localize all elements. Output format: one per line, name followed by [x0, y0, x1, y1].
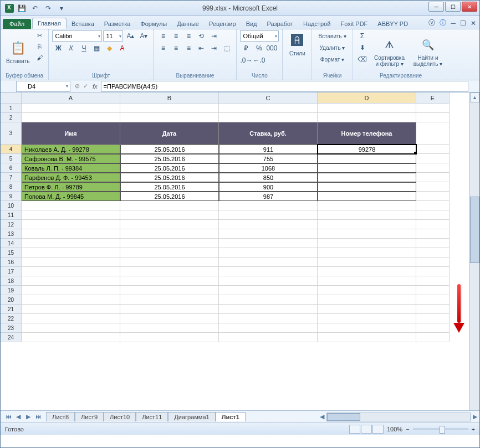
cell-B15[interactable]	[120, 248, 219, 258]
row-header-12[interactable]: 12	[1, 220, 22, 229]
cell-B11[interactable]	[120, 210, 219, 220]
sheet-next-icon[interactable]: ▶	[24, 413, 33, 420]
cell-D23[interactable]	[318, 323, 416, 333]
cell-B2[interactable]	[120, 113, 219, 122]
scroll-up-icon[interactable]: ▲	[470, 92, 479, 102]
cell-C1[interactable]	[219, 104, 318, 113]
fill-handle[interactable]	[414, 152, 416, 154]
cell-E11[interactable]	[416, 210, 450, 220]
cell-D12[interactable]	[318, 220, 416, 229]
underline-icon[interactable]: Ч	[78, 43, 90, 54]
wrap-text-icon[interactable]: ⇥	[208, 30, 220, 42]
cell-A6[interactable]: Коваль Л. П. - 99384	[22, 163, 120, 173]
cell-D1[interactable]	[318, 104, 416, 113]
cell-E22[interactable]	[416, 314, 450, 323]
zoom-out-icon[interactable]: −	[406, 426, 409, 432]
cell-C9[interactable]: 987	[219, 192, 318, 201]
sheet-last-icon[interactable]: ⏭	[34, 413, 43, 420]
cell-E24[interactable]	[416, 333, 450, 342]
qat-redo-icon[interactable]: ↷	[43, 3, 54, 14]
delete-cells-button[interactable]: Удалить ▾	[315, 42, 349, 53]
cell-D2[interactable]	[318, 113, 416, 122]
cell-C3[interactable]: Ставка, руб.	[219, 122, 318, 145]
cell-D5[interactable]	[318, 154, 416, 163]
zoom-slider[interactable]	[413, 428, 468, 430]
cell-E5[interactable]	[416, 154, 450, 163]
cell-B5[interactable]: 25.05.2016	[120, 154, 219, 163]
cell-D8[interactable]	[318, 182, 416, 192]
cell-A18[interactable]	[22, 276, 120, 286]
row-header-9[interactable]: 9	[1, 192, 22, 201]
worksheet-grid[interactable]: ABCDE 1234567891011121314151617181920212…	[1, 92, 479, 410]
cell-C4[interactable]: 911	[219, 145, 318, 154]
cell-B18[interactable]	[120, 276, 219, 286]
cell-C18[interactable]	[219, 276, 318, 286]
horizontal-scrollbar[interactable]: ◀ ▶	[246, 413, 479, 421]
row-header-18[interactable]: 18	[1, 276, 22, 286]
cell-C2[interactable]	[219, 113, 318, 122]
qat-save-icon[interactable]: 💾	[16, 3, 27, 14]
cell-A24[interactable]	[22, 333, 120, 342]
row-header-15[interactable]: 15	[1, 248, 22, 258]
clear-icon[interactable]: ⌫	[356, 54, 369, 65]
help-icon[interactable]: ⓘ	[440, 18, 446, 28]
merge-icon[interactable]: ⬚	[221, 43, 233, 54]
autosum-icon[interactable]: Σ	[356, 30, 369, 42]
cell-B14[interactable]	[120, 239, 219, 248]
cell-B16[interactable]	[120, 258, 219, 267]
sheet-tab-Лист10[interactable]: Лист10	[104, 412, 136, 421]
cell-E15[interactable]	[416, 248, 450, 258]
cell-E12[interactable]	[416, 220, 450, 229]
vertical-scrollbar[interactable]: ▲	[469, 92, 479, 410]
cell-C5[interactable]: 755	[219, 154, 318, 163]
shrink-font-icon[interactable]: A▾	[137, 30, 150, 42]
indent-inc-icon[interactable]: ⇥	[208, 43, 220, 54]
col-header-D[interactable]: D	[318, 92, 416, 104]
align-top-icon[interactable]: ≡	[157, 30, 169, 42]
copy-icon[interactable]: ⎘	[34, 42, 45, 52]
fx-confirm-icon[interactable]: ✓	[83, 83, 88, 90]
row-header-14[interactable]: 14	[1, 239, 22, 248]
cell-E2[interactable]	[416, 113, 450, 122]
tab-insert[interactable]: Вставка	[67, 19, 99, 29]
cell-D19[interactable]	[318, 286, 416, 295]
font-name-combo[interactable]: Calibri	[52, 30, 102, 42]
cell-D10[interactable]	[318, 201, 416, 210]
cell-B6[interactable]: 25.05.2016	[120, 163, 219, 173]
cell-A3[interactable]: Имя	[22, 122, 120, 145]
row-header-16[interactable]: 16	[1, 258, 22, 267]
cell-E18[interactable]	[416, 276, 450, 286]
row-header-23[interactable]: 23	[1, 323, 22, 333]
cell-D11[interactable]	[318, 210, 416, 220]
tab-formulas[interactable]: Формулы	[135, 19, 172, 29]
tab-review[interactable]: Рецензир	[204, 19, 241, 29]
fx-icon[interactable]: fx	[93, 83, 98, 90]
cell-E23[interactable]	[416, 323, 450, 333]
border-icon[interactable]: ▦	[90, 43, 103, 54]
view-break-icon[interactable]	[372, 425, 384, 434]
vscroll-thumb[interactable]	[470, 197, 479, 263]
cell-C24[interactable]	[219, 333, 318, 342]
cell-E17[interactable]	[416, 267, 450, 276]
row-header-5[interactable]: 5	[1, 154, 22, 163]
cell-E1[interactable]	[416, 104, 450, 113]
doc-restore-icon[interactable]: ☐	[460, 19, 466, 27]
cell-A14[interactable]	[22, 239, 120, 248]
align-middle-icon[interactable]: ≡	[170, 30, 182, 42]
cell-B10[interactable]	[120, 201, 219, 210]
percent-icon[interactable]: %	[253, 43, 265, 54]
cell-B13[interactable]	[120, 229, 219, 239]
cell-D21[interactable]	[318, 305, 416, 314]
inc-decimal-icon[interactable]: .0→	[240, 55, 252, 66]
cell-B3[interactable]: Дата	[120, 122, 219, 145]
cell-A11[interactable]	[22, 210, 120, 220]
styles-button[interactable]: 🅰 Стили	[286, 30, 308, 58]
cell-E3[interactable]	[416, 122, 450, 145]
cell-C14[interactable]	[219, 239, 318, 248]
font-color-icon[interactable]: A	[116, 43, 128, 54]
cell-A9[interactable]: Попова М. Д. - 99845	[22, 192, 120, 201]
row-header-6[interactable]: 6	[1, 163, 22, 173]
tab-view[interactable]: Вид	[241, 19, 262, 29]
row-header-2[interactable]: 2	[1, 113, 22, 122]
cell-A22[interactable]	[22, 314, 120, 323]
